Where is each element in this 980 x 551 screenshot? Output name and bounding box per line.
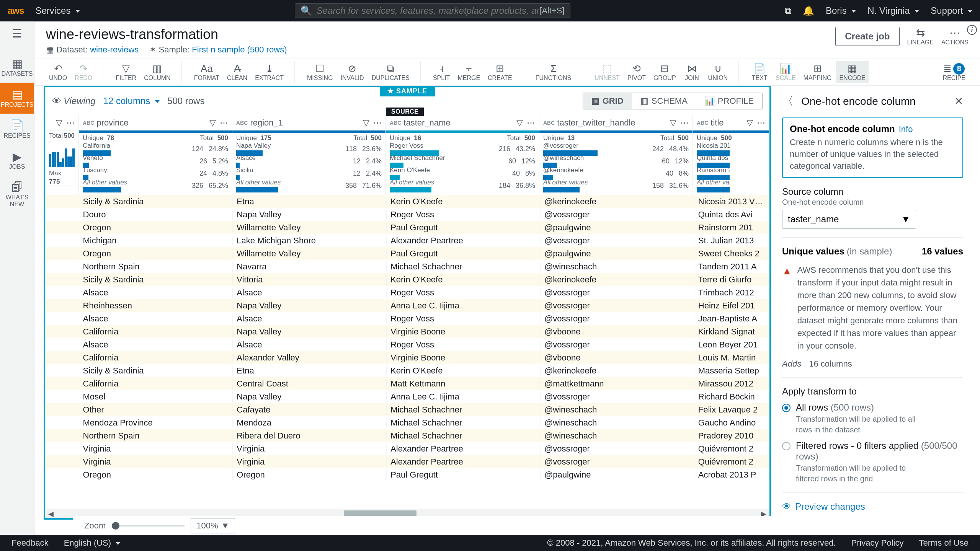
region-menu[interactable]: N. Virginia: [867, 5, 919, 16]
sample-link[interactable]: First n sample (500 rows): [192, 45, 287, 54]
table-row[interactable]: OregonWillamette ValleyPaul Gregutt@paul…: [45, 221, 769, 234]
actions-button[interactable]: ⋯ACTIONS: [941, 26, 969, 46]
services-menu[interactable]: Services: [35, 5, 80, 16]
filter-icon[interactable]: ▽: [56, 118, 62, 128]
column-header[interactable]: ABCtaster_twitter_handle▽⋯: [539, 115, 693, 130]
feedback-link[interactable]: Feedback: [11, 538, 49, 548]
terms-link[interactable]: Terms of Use: [919, 538, 969, 548]
nav-datasets[interactable]: ▦DATASETS: [0, 52, 34, 83]
table-row[interactable]: Northern SpainNavarraMichael Schachner@w…: [45, 260, 769, 273]
more-icon[interactable]: ⋯: [220, 118, 228, 128]
user-menu[interactable]: Boris: [826, 5, 856, 16]
clean-button[interactable]: A̶CLEAN: [224, 61, 250, 83]
table-row[interactable]: AlsaceAlsaceRoger Voss@vossrogerTrimbach…: [45, 286, 769, 299]
zoom-slider[interactable]: [112, 525, 185, 527]
table-row[interactable]: OregonWillamette ValleyPaul Gregutt@paul…: [45, 247, 769, 260]
table-row[interactable]: CaliforniaAlexander ValleyVirginie Boone…: [45, 351, 769, 364]
table-row[interactable]: VirginiaVirginiaAlexander Peartree@vossr…: [45, 442, 769, 455]
panel-back-button[interactable]: 〈: [782, 93, 794, 109]
recipe-button[interactable]: ≣8 RECIPE: [939, 61, 969, 83]
group-button[interactable]: ⊟GROUP: [650, 61, 679, 83]
cloudshell-icon[interactable]: ⧉: [785, 5, 791, 16]
more-icon[interactable]: ⋯: [680, 118, 689, 128]
split-button[interactable]: ⫞SPLIT: [430, 61, 453, 83]
table-row[interactable]: OtherCafayateMichael Schachner@wineschac…: [45, 403, 769, 416]
scroll-left-icon[interactable]: ◀: [48, 510, 54, 518]
dataset-link[interactable]: wine-reviews: [90, 45, 139, 54]
info-link[interactable]: Info: [899, 124, 913, 134]
column-header[interactable]: ABCregion_1▽⋯: [232, 115, 385, 130]
radio-filtered-rows[interactable]: [782, 442, 791, 450]
undo-button[interactable]: ↶UNDO: [46, 61, 70, 83]
language-selector[interactable]: English (US): [64, 538, 121, 548]
table-row[interactable]: AlsaceAlsaceRoger Voss@vossrogerJean-Bap…: [45, 312, 769, 325]
column-header[interactable]: ABCtitle▽⋯: [693, 115, 769, 130]
column-button[interactable]: ▥COLUMN: [141, 61, 173, 83]
nav-projects[interactable]: ▤PROJECTS: [0, 83, 34, 114]
create-job-button[interactable]: Create job: [835, 27, 899, 46]
filter-button[interactable]: ▽FILTER: [113, 61, 139, 83]
missing-button[interactable]: ☐MISSING: [304, 61, 336, 83]
filter-icon[interactable]: ▽: [363, 118, 369, 128]
more-icon[interactable]: ⋯: [757, 118, 765, 128]
format-button[interactable]: AaFORMAT: [191, 61, 222, 83]
functions-button[interactable]: ΣFUNCTIONS: [532, 61, 574, 83]
table-row[interactable]: VirginiaVirginiaAlexander Peartree@vossr…: [45, 455, 769, 468]
panel-close-button[interactable]: ✕: [954, 95, 963, 108]
global-search[interactable]: 🔍 [Alt+S]: [295, 3, 570, 18]
nav-toggle[interactable]: ☰: [12, 27, 22, 40]
table-row[interactable]: Mendoza ProvinceMendozaMichael Schachner…: [45, 416, 769, 429]
search-input[interactable]: [317, 5, 540, 16]
more-icon[interactable]: ⋯: [66, 118, 75, 128]
source-column-select[interactable]: taster_name ▼: [782, 210, 916, 229]
aws-logo[interactable]: aws: [8, 5, 24, 16]
pivot-button[interactable]: ⟲PIVOT: [624, 61, 649, 83]
table-row[interactable]: Sicily & SardiniaVittoriaKerin O'Keefe@k…: [45, 273, 769, 286]
table-row[interactable]: Sicily & SardiniaEtnaKerin O'Keefe@kerin…: [45, 364, 769, 377]
columns-count[interactable]: 12 columns: [103, 96, 160, 106]
more-icon[interactable]: ⋯: [373, 118, 382, 128]
table-row[interactable]: CaliforniaCentral CoastMatt Kettmann@mat…: [45, 377, 769, 390]
table-row[interactable]: AlsaceAlsaceRoger Voss@vossrogerLeon Bey…: [45, 338, 769, 351]
filter-icon[interactable]: ▽: [746, 118, 753, 128]
table-row[interactable]: RheinhessenNapa ValleyAnna Lee C. Iijima…: [45, 299, 769, 312]
table-row[interactable]: Northern SpainRibera del DueroMichael Sc…: [45, 429, 769, 442]
view-grid[interactable]: ▦GRID: [583, 93, 632, 109]
table-row[interactable]: MichiganLake Michigan ShoreAlexander Pea…: [45, 234, 769, 247]
invalid-button[interactable]: ⊘INVALID: [338, 61, 367, 83]
view-schema[interactable]: ▥SCHEMA: [632, 93, 696, 109]
table-row[interactable]: Sicily & SardiniaEtnaKerin O'Keefe@kerin…: [45, 195, 769, 208]
more-icon[interactable]: ⋯: [527, 118, 535, 128]
preview-changes-link[interactable]: 👁Preview changes: [782, 501, 963, 512]
column-header[interactable]: ▽⋯: [45, 115, 78, 130]
column-header[interactable]: ABCprovince▽⋯: [79, 115, 232, 130]
zoom-select[interactable]: 100%▼: [191, 518, 235, 533]
support-menu[interactable]: Support: [931, 5, 972, 16]
info-icon[interactable]: i: [967, 25, 977, 35]
nav-whatsnew[interactable]: 🗐WHAT'S NEW: [0, 176, 34, 213]
extract-button[interactable]: ⤓EXTRACT: [252, 61, 287, 83]
radio-all-rows[interactable]: [782, 404, 791, 412]
filter-icon[interactable]: ▽: [516, 118, 523, 128]
table-row[interactable]: OregonOregonPaul Gregutt@paulgwineAcroba…: [45, 468, 769, 481]
join-button[interactable]: ⋈JOIN: [681, 61, 704, 83]
filter-icon[interactable]: ▽: [670, 118, 676, 128]
table-row[interactable]: CaliforniaNapa ValleyVirginie Boone@vboo…: [45, 325, 769, 338]
view-profile[interactable]: 📊PROFILE: [696, 93, 762, 109]
text-button[interactable]: 📄TEXT: [748, 61, 771, 83]
notifications-icon[interactable]: 🔔: [803, 5, 814, 16]
lineage-button[interactable]: ⇆LINEAGE: [907, 26, 934, 46]
union-button[interactable]: ∪UNION: [705, 61, 731, 83]
column-header[interactable]: ABCtaster_name▽⋯: [386, 115, 539, 130]
sample-tab[interactable]: ★ SAMPLE: [380, 86, 435, 96]
mapping-button[interactable]: ⊞MAPPING: [800, 61, 835, 83]
filter-icon[interactable]: ▽: [209, 118, 216, 128]
create-button[interactable]: ⊞CREATE: [485, 61, 515, 83]
privacy-link[interactable]: Privacy Policy: [851, 538, 903, 548]
nav-jobs[interactable]: ▶JOBS: [0, 145, 34, 176]
zoom-knob[interactable]: [112, 522, 119, 530]
encode-button[interactable]: ▦ENCODE: [836, 61, 868, 83]
duplicates-button[interactable]: ⧉DUPLICATES: [369, 61, 413, 83]
merge-button[interactable]: ⫟MERGE: [454, 61, 483, 83]
nav-recipes[interactable]: 📄RECIPES: [0, 114, 34, 145]
